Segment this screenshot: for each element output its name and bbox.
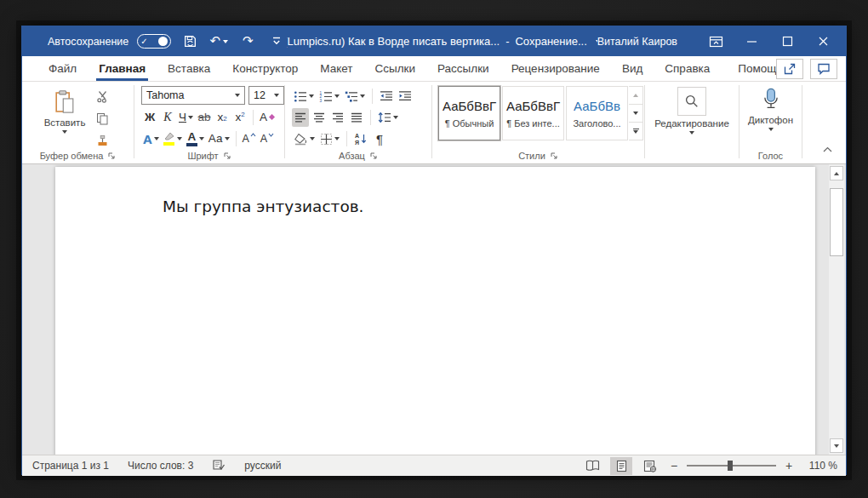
scroll-down-button[interactable] (830, 438, 843, 453)
tab-references[interactable]: Ссылки (364, 56, 427, 81)
help-search[interactable]: Помощь (733, 56, 776, 81)
group-separator (802, 85, 802, 158)
zoom-level[interactable]: 110 % (802, 460, 837, 472)
tab-view[interactable]: Вид (611, 56, 654, 81)
font-size-combobox[interactable]: 12 (248, 86, 284, 105)
justify-button[interactable] (348, 108, 365, 127)
tab-design[interactable]: Конструктор (221, 56, 309, 81)
text-highlight-button[interactable] (162, 129, 184, 148)
web-layout-button[interactable] (639, 457, 661, 475)
show-formatting-marks-button[interactable]: ¶ (371, 129, 388, 148)
styles-scroll-down-button[interactable] (629, 105, 642, 123)
proofing-status-button[interactable] (212, 458, 226, 474)
autosave-toggle[interactable]: ✓ (137, 34, 171, 49)
chevron-down-icon (225, 137, 230, 140)
minimize-button[interactable] (734, 27, 769, 55)
tab-help[interactable]: Справка (654, 56, 721, 81)
undo-button[interactable]: ↶ (208, 31, 229, 53)
shrink-font-button[interactable]: А (259, 129, 276, 148)
style-normal[interactable]: АаБбВвГ ¶ Обычный (438, 86, 500, 140)
italic-button[interactable]: К (159, 108, 176, 127)
bullets-button[interactable] (292, 87, 316, 106)
paragraph-dialog-launcher[interactable] (369, 152, 378, 160)
zoom-out-button[interactable]: − (668, 459, 680, 472)
tab-row-buttons (776, 56, 846, 81)
format-painter-button[interactable] (94, 131, 111, 150)
language-indicator[interactable]: русский (244, 460, 281, 472)
tab-review[interactable]: Рецензирование (500, 56, 611, 81)
clipboard-dialog-launcher[interactable] (107, 152, 116, 160)
save-button[interactable] (180, 31, 200, 53)
user-name[interactable]: Виталий Каиров (597, 36, 677, 48)
strikethrough-button[interactable]: ab (196, 108, 213, 127)
tab-layout[interactable]: Макет (309, 56, 363, 81)
document-text[interactable]: Мы группа энтузиастов. (163, 197, 364, 215)
page-number-indicator[interactable]: Страница 1 из 1 (32, 460, 109, 472)
zoom-slider-thumb[interactable] (728, 461, 733, 471)
sort-button[interactable]: А Я (352, 129, 369, 148)
proofing-book-icon (212, 458, 226, 472)
bold-button[interactable]: Ж (141, 108, 158, 127)
styles-dialog-launcher[interactable] (550, 152, 558, 160)
read-mode-button[interactable] (581, 457, 603, 475)
collapse-ribbon-button[interactable] (819, 140, 836, 158)
font-family-combobox[interactable]: Tahoma (141, 86, 245, 105)
font-color-bar (186, 143, 197, 146)
line-spacing-button[interactable] (376, 108, 400, 127)
decrease-indent-button[interactable] (378, 87, 395, 106)
borders-button[interactable] (318, 129, 341, 148)
styles-scroll-up-button[interactable] (629, 87, 642, 105)
status-bar-right: − + 110 % (581, 457, 846, 475)
shading-button[interactable] (292, 129, 317, 148)
group-voice: Диктофон Голос (740, 82, 802, 163)
dictate-button[interactable]: Диктофон (740, 87, 802, 131)
text-effects-button[interactable]: А (141, 129, 161, 148)
numbering-button[interactable]: 123 (317, 87, 341, 106)
grow-font-button[interactable]: А (241, 129, 258, 148)
clear-formatting-button[interactable]: А (258, 108, 277, 127)
redo-button[interactable]: ↷ (237, 31, 258, 53)
style-heading1[interactable]: АаБбВв Заголово... (566, 86, 628, 140)
print-layout-icon (616, 460, 627, 472)
share-button[interactable] (776, 59, 803, 79)
vertical-scrollbar[interactable] (829, 164, 844, 455)
close-button[interactable] (805, 27, 841, 55)
align-left-button[interactable] (292, 108, 309, 127)
multilevel-list-button[interactable] (343, 87, 367, 106)
font-color-button[interactable]: А (185, 129, 206, 148)
document-title: (Lumpics.ru) Как в Ворде писать вертика.… (287, 35, 500, 48)
change-case-button[interactable]: Аа (207, 129, 231, 148)
underline-button[interactable]: Ч (177, 108, 195, 127)
tab-insert[interactable]: Вставка (157, 56, 221, 81)
eraser-icon (269, 114, 276, 121)
styles-gallery-more-button[interactable] (629, 123, 642, 140)
style-no-spacing[interactable]: АаБбВвГ ¶ Без инте... (502, 86, 564, 140)
print-layout-button[interactable] (610, 457, 632, 475)
cut-button[interactable] (94, 87, 111, 106)
ribbon-display-options-button[interactable] (698, 27, 734, 55)
tab-home[interactable]: Главная (88, 56, 157, 81)
multilevel-list-icon (345, 90, 358, 103)
align-right-button[interactable] (329, 108, 346, 127)
zoom-slider[interactable] (687, 460, 776, 472)
quick-access-toolbar: Автосохранение ✓ ↶ ↷ (22, 31, 287, 53)
zoom-in-button[interactable]: + (783, 459, 795, 472)
comments-button[interactable] (810, 59, 837, 79)
group-clipboard: Вставить (22, 82, 134, 163)
subscript-button[interactable]: x2 (214, 108, 231, 127)
copy-button[interactable] (94, 109, 111, 128)
editing-button[interactable]: Редактирование (645, 87, 739, 135)
tab-file[interactable]: Файл (37, 56, 88, 81)
word-count-indicator[interactable]: Число слов: 3 (128, 460, 193, 472)
paste-button[interactable]: Вставить (41, 85, 89, 148)
customize-quick-access-button[interactable] (266, 31, 287, 53)
document-page[interactable]: Мы группа энтузиастов. (55, 167, 815, 455)
maximize-button[interactable] (769, 27, 805, 55)
tab-mailings[interactable]: Рассылки (426, 56, 500, 81)
increase-indent-button[interactable] (397, 87, 414, 106)
font-dialog-launcher[interactable] (223, 152, 231, 160)
superscript-button[interactable]: x2 (231, 108, 248, 127)
scroll-up-button[interactable] (830, 166, 843, 180)
align-center-button[interactable] (311, 108, 328, 127)
scrollbar-thumb[interactable] (830, 188, 843, 256)
